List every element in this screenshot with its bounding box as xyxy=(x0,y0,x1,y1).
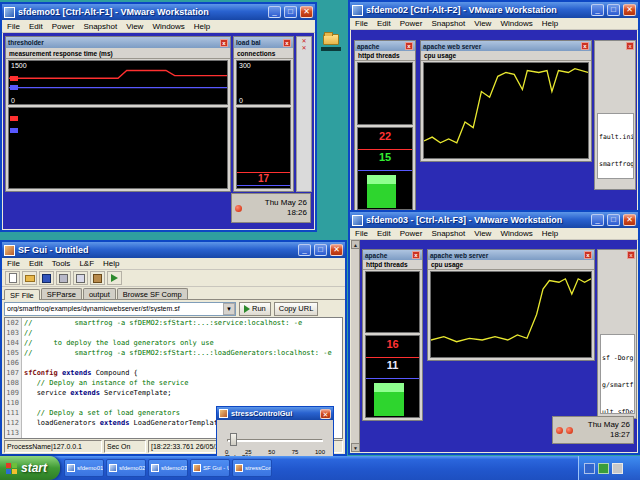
scroll-down-icon[interactable]: ▼ xyxy=(351,443,360,452)
desktop-folder-icon[interactable] xyxy=(318,34,344,51)
vmware-tray-icon[interactable] xyxy=(584,463,595,474)
menu-edit[interactable]: Edit xyxy=(377,229,391,238)
cpu-titlebar[interactable]: apache web server x xyxy=(421,41,591,51)
vm-screen-sfdemo02[interactable]: apache x httpd threads 22 15 xyxy=(351,30,637,215)
new-file-button[interactable] xyxy=(5,271,20,285)
menu-help[interactable]: Help xyxy=(103,259,119,268)
security-tray-icon[interactable] xyxy=(598,463,609,474)
vm-screen-sfdemo03[interactable]: ▲ ▼ apache x httpd threads 16 11 xyxy=(351,240,637,452)
titlebar-sfgui[interactable]: SF Gui - Untitled _ □ ✕ xyxy=(2,242,345,258)
menu-snapshot[interactable]: Snapshot xyxy=(431,19,465,28)
minimize-button[interactable]: _ xyxy=(591,4,604,16)
close-button[interactable]: ✕ xyxy=(320,409,331,419)
cpu-titlebar[interactable]: apache web server x xyxy=(428,250,594,260)
vm-scrollbar[interactable]: ▲ ▼ xyxy=(351,240,360,452)
rate-slider-thumb[interactable] xyxy=(230,433,237,446)
close-icon[interactable]: ✕ xyxy=(297,37,311,44)
menu-edit[interactable]: Edit xyxy=(29,259,43,268)
menu-file[interactable]: File xyxy=(355,19,368,28)
menu-file[interactable]: File xyxy=(7,22,20,31)
menu-edit[interactable]: Edit xyxy=(29,22,43,31)
menu-view[interactable]: View xyxy=(126,22,143,31)
minimize-button[interactable]: _ xyxy=(591,214,604,226)
menu-view[interactable]: View xyxy=(474,19,491,28)
maximize-button[interactable]: □ xyxy=(607,214,620,226)
titlebar-sfdemo03[interactable]: sfdemo03 - [Ctrl-Alt-F3] - VMware Workst… xyxy=(350,212,638,228)
threads-header: httpd threads xyxy=(355,51,415,61)
open-file-button[interactable] xyxy=(22,271,37,285)
scroll-up-icon[interactable]: ▲ xyxy=(351,240,360,249)
thresholder-titlebar[interactable]: thresholder x xyxy=(6,37,230,48)
menu-snapshot[interactable]: Snapshot xyxy=(83,22,117,31)
menu-windows[interactable]: Windows xyxy=(500,229,532,238)
close-button[interactable]: ✕ xyxy=(623,214,636,226)
maximize-button[interactable]: □ xyxy=(284,6,297,18)
close-icon[interactable]: x xyxy=(584,251,592,259)
minimize-button[interactable]: _ xyxy=(268,6,281,18)
close-icon[interactable]: x xyxy=(283,39,291,47)
menu-power[interactable]: Power xyxy=(400,19,423,28)
menu-edit[interactable]: Edit xyxy=(377,19,391,28)
menu-help[interactable]: Help xyxy=(542,19,558,28)
titlebar-stress[interactable]: stressControlGui ✕ xyxy=(217,407,333,420)
threads-titlebar[interactable]: apache x xyxy=(363,250,422,260)
play-icon xyxy=(244,305,250,313)
menu-help[interactable]: Help xyxy=(542,229,558,238)
tab-sfparse[interactable]: SFParse xyxy=(41,288,82,299)
loadbal-header: connections xyxy=(234,48,293,59)
maximize-button[interactable]: □ xyxy=(314,244,327,256)
vm-screen-sfdemo01[interactable]: thresholder x measurement response time … xyxy=(3,33,314,229)
start-button[interactable]: start xyxy=(0,456,60,480)
minimize-button[interactable]: _ xyxy=(298,244,311,256)
close-icon[interactable]: x xyxy=(581,42,589,50)
threads-history-chart xyxy=(365,271,420,333)
taskbar-button-stress[interactable]: stressControlGui xyxy=(232,459,272,477)
save-button[interactable] xyxy=(39,271,54,285)
close-icon[interactable]: ✕ xyxy=(297,44,311,51)
menu-help[interactable]: Help xyxy=(194,22,210,31)
rate-slider-track[interactable] xyxy=(227,439,323,442)
menu-file[interactable]: File xyxy=(355,229,368,238)
menu-view[interactable]: View xyxy=(474,229,491,238)
close-icon[interactable]: x xyxy=(412,251,420,259)
console-line: sf -Dorg.smartf xyxy=(602,354,633,363)
taskbar-button-sfdemo02[interactable]: sfdemo02 [Ctrl-Alt-F2] - VMware Workstat… xyxy=(106,459,146,477)
menu-power[interactable]: Power xyxy=(52,22,75,31)
taskbar-button-sfgui[interactable]: SF Gui - Untitled xyxy=(190,459,230,477)
path-combobox[interactable]: org/smartfrog/examples/dynamicwebserver/… xyxy=(4,302,236,316)
close-icon[interactable]: x xyxy=(627,251,635,259)
titlebar-sfdemo02[interactable]: sfdemo02 [Ctrl-Alt-F2] - VMware Workstat… xyxy=(350,2,638,18)
tab-browse-sf-comp[interactable]: Browse SF Comp xyxy=(117,288,188,299)
close-icon[interactable]: x xyxy=(626,42,634,50)
volume-tray-icon[interactable] xyxy=(612,463,623,474)
copy-button[interactable] xyxy=(73,271,88,285)
tab-sf-file[interactable]: SF File xyxy=(4,289,40,300)
paste-button[interactable] xyxy=(90,271,105,285)
tab-output[interactable]: output xyxy=(83,288,116,299)
copy-url-button[interactable]: Copy URL xyxy=(274,302,319,316)
chevron-down-icon[interactable]: ▼ xyxy=(223,303,235,315)
cut-button[interactable] xyxy=(56,271,71,285)
menu-lf[interactable]: L&F xyxy=(79,259,94,268)
run-button[interactable]: Run xyxy=(239,302,271,316)
close-button[interactable]: ✕ xyxy=(330,244,343,256)
titlebar-sfdemo01[interactable]: sfdemo01 [Ctrl-Alt-F1] - VMware Workstat… xyxy=(2,4,315,20)
run-tool-button[interactable] xyxy=(107,271,122,285)
close-icon[interactable]: x xyxy=(405,42,413,50)
loadbal-titlebar[interactable]: load bal x xyxy=(234,37,293,48)
menu-file[interactable]: File xyxy=(7,259,20,268)
taskbar-button-sfdemo01[interactable]: sfdemo01 [Ctrl-Alt-F1] - VMware Workstat… xyxy=(64,459,104,477)
windows-flag-icon xyxy=(6,463,17,474)
close-button[interactable]: ✕ xyxy=(300,6,313,18)
threads-titlebar[interactable]: apache x xyxy=(355,41,415,51)
menu-windows[interactable]: Windows xyxy=(152,22,184,31)
maximize-button[interactable]: □ xyxy=(607,4,620,16)
close-button[interactable]: ✕ xyxy=(623,4,636,16)
close-icon[interactable]: x xyxy=(220,39,228,47)
menu-windows[interactable]: Windows xyxy=(500,19,532,28)
copy-url-label: Copy URL xyxy=(279,304,314,313)
menu-tools[interactable]: Tools xyxy=(52,259,71,268)
taskbar-button-sfdemo03[interactable]: sfdemo03 - [Ctrl-Alt-F3] - VMware Workst… xyxy=(148,459,188,477)
menu-power[interactable]: Power xyxy=(400,229,423,238)
menu-snapshot[interactable]: Snapshot xyxy=(431,229,465,238)
